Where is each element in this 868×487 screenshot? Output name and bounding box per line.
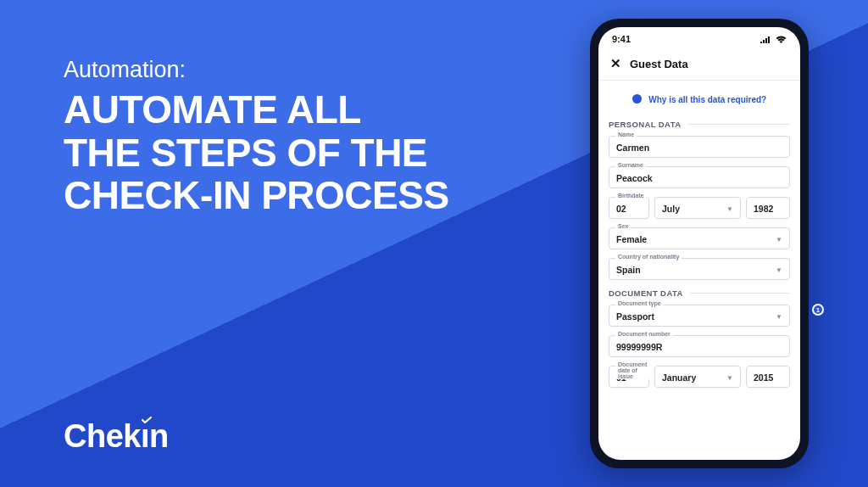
field-value: Peacock	[616, 173, 653, 183]
phone-screen: 9:41 ✕ Guest Data i Why is all this data…	[598, 27, 800, 460]
field-value: 99999999R	[616, 342, 662, 352]
birth-month-field[interactable]: July ▼	[654, 197, 741, 219]
issue-year-field[interactable]: 2015	[746, 366, 790, 388]
wifi-icon	[776, 36, 787, 43]
chevron-down-icon: ▼	[776, 266, 782, 274]
surname-field[interactable]: Surname Peacock	[609, 166, 790, 188]
app-header: ✕ Guest Data	[598, 51, 800, 81]
field-value: 2015	[754, 372, 773, 383]
info-link[interactable]: i Why is all this data required?	[609, 81, 790, 115]
headline-line: CHECK-IN PROCESS	[64, 173, 449, 217]
issue-month-field[interactable]: January ▼	[654, 366, 741, 388]
status-time: 9:41	[612, 34, 631, 44]
birth-year-field[interactable]: 1982	[746, 197, 790, 219]
name-field[interactable]: Name Carmen	[609, 136, 790, 158]
field-label: Document date of issue	[615, 361, 649, 379]
info-icon: i	[632, 94, 642, 104]
field-label: Document type	[615, 300, 664, 306]
field-label: Surname	[615, 162, 646, 168]
chevron-down-icon: ▼	[726, 374, 733, 382]
field-value: Female	[616, 234, 647, 244]
doc-type-field[interactable]: Document type Passport ▼	[609, 305, 790, 327]
headline-line: THE STEPS OF THE	[64, 131, 427, 175]
chevron-down-icon: ▼	[776, 313, 782, 321]
field-value: Spain	[616, 265, 641, 275]
field-label: Country of nationality	[615, 254, 682, 260]
field-label: Name	[615, 132, 637, 137]
chevron-down-icon: ▼	[726, 205, 733, 213]
step-badge: 1	[812, 304, 824, 316]
field-value: Passport	[616, 311, 654, 322]
field-label: Document number	[615, 331, 673, 337]
field-value: July	[662, 204, 680, 214]
chevron-down-icon: ▼	[776, 236, 782, 244]
info-link-text: Why is all this data required?	[648, 95, 766, 104]
headline-line: AUTOMATE ALL	[64, 87, 361, 132]
nationality-field[interactable]: Country of nationality Spain ▼	[609, 258, 790, 280]
field-value: 02	[616, 204, 626, 214]
issue-day-field[interactable]: Document date of issue 01	[609, 366, 649, 388]
signal-icon	[760, 36, 772, 43]
phone-mockup: 9:41 ✕ Guest Data i Why is all this data…	[590, 19, 809, 468]
section-label-document: DOCUMENT DATA	[609, 288, 790, 298]
field-value: 1982	[754, 204, 773, 214]
close-icon[interactable]: ✕	[610, 56, 621, 71]
field-value: Carmen	[616, 143, 649, 153]
form-body[interactable]: i Why is all this data required? PERSONA…	[598, 81, 800, 459]
field-label: Birthdate	[615, 193, 647, 199]
birth-day-field[interactable]: Birthdate 02	[609, 197, 649, 219]
section-label-personal: PERSONAL DATA	[609, 120, 790, 129]
field-value: January	[662, 372, 696, 383]
status-bar: 9:41	[598, 27, 800, 51]
field-label: Sex	[615, 223, 631, 229]
page-title: Guest Data	[630, 58, 688, 70]
sex-field[interactable]: Sex Female ▼	[609, 227, 790, 249]
doc-number-field[interactable]: Document number 99999999R	[609, 335, 790, 357]
